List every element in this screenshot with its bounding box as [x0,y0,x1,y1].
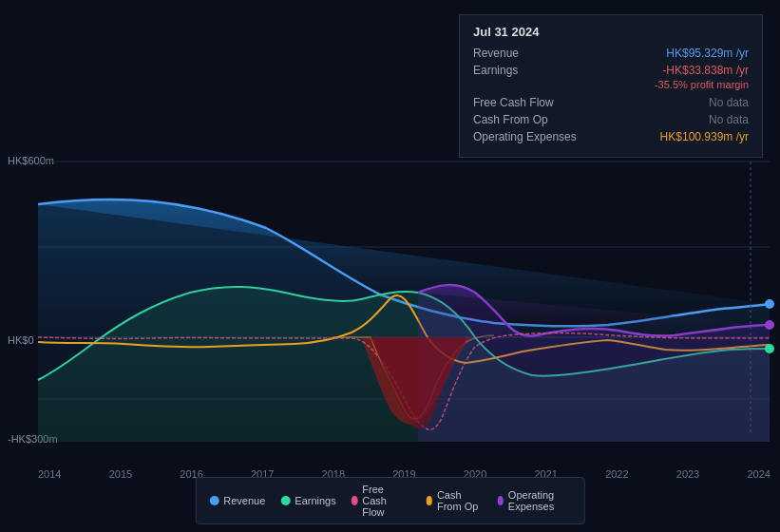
year-2015: 2015 [109,468,132,480]
legend-label-fcf: Free Cash Flow [362,484,410,518]
chart-svg [0,152,780,442]
tooltip-value-revenue: HK$95.329m /yr [666,47,749,60]
legend-label-opex: Operating Expenses [508,489,571,512]
tooltip-row-revenue: Revenue HK$95.329m /yr [473,47,749,60]
chart-legend: Revenue Earnings Free Cash Flow Cash Fro… [195,477,585,524]
legend-dot-revenue [209,496,219,505]
year-2022: 2022 [605,468,628,480]
legend-dot-cashfromop [426,496,432,505]
tooltip-value-fcf: No data [709,96,749,109]
legend-earnings: Earnings [280,484,335,518]
legend-dot-fcf [352,496,358,505]
tooltip-label-opex: Operating Expenses [473,130,578,143]
legend-label-revenue: Revenue [223,495,265,506]
tooltip-value-cashfromop: No data [709,113,749,126]
svg-point-5 [765,299,774,309]
year-2024: 2024 [747,468,770,480]
tooltip-value-opex: HK$100.939m /yr [660,130,749,143]
legend-label-cashfromop: Cash From Op [437,489,482,512]
tooltip-title: Jul 31 2024 [473,25,749,39]
tooltip-value-earnings: -HK$33.838m /yr [662,64,749,77]
year-2023: 2023 [676,468,699,480]
tooltip-label-revenue: Revenue [473,47,578,60]
svg-point-6 [765,344,774,353]
legend-cashfromop: Cash From Op [426,484,482,518]
tooltip-label-fcf: Free Cash Flow [473,96,578,109]
tooltip-row-fcf: Free Cash Flow No data [473,96,749,109]
svg-point-7 [765,320,774,330]
tooltip-row-margin: -35.5% profit margin [473,81,749,92]
legend-opex: Operating Expenses [497,484,571,518]
tooltip-row-cashfromop: Cash From Op No data [473,113,749,126]
tooltip-row-earnings: Earnings -HK$33.838m /yr [473,64,749,77]
year-2014: 2014 [38,468,61,480]
legend-revenue: Revenue [209,484,265,518]
legend-dot-opex [497,496,504,505]
legend-dot-earnings [280,496,290,505]
tooltip-panel: Jul 31 2024 Revenue HK$95.329m /yr Earni… [459,14,763,158]
tooltip-label-cashfromop: Cash From Op [473,113,578,126]
tooltip-row-opex: Operating Expenses HK$100.939m /yr [473,130,749,143]
legend-label-earnings: Earnings [295,495,335,506]
legend-fcf: Free Cash Flow [352,484,411,518]
tooltip-profit-margin: -35.5% profit margin [655,79,749,90]
tooltip-label-earnings: Earnings [473,64,578,77]
